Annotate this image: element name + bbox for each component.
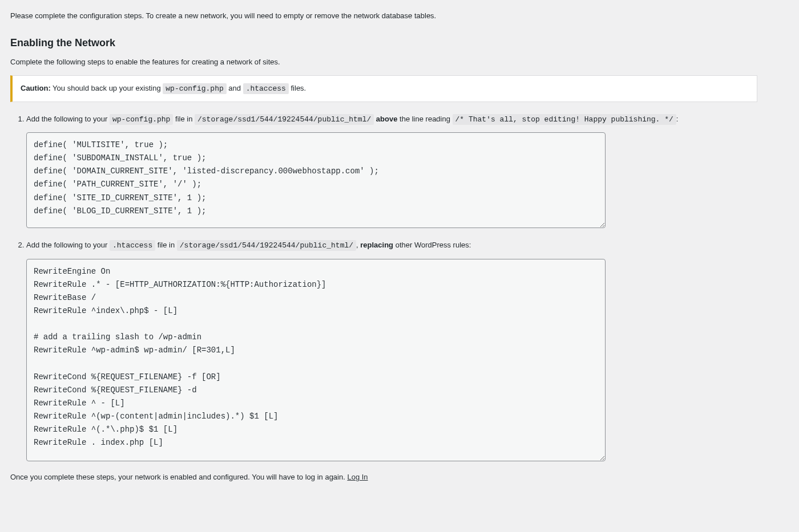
step1-comment: /* That's all, stop editing! Happy publi… (453, 114, 676, 125)
step1-pre: Add the following to your (26, 115, 110, 123)
step2-post: other WordPress rules: (393, 241, 471, 249)
intro-text: Please complete the configuration steps.… (10, 10, 789, 22)
caution-notice: Caution: You should back up your existin… (10, 75, 757, 102)
step-2: Add the following to your .htaccess file… (26, 238, 789, 461)
caution-and: and (227, 84, 243, 92)
step1-path: /storage/ssd1/544/19224544/public_html/ (195, 114, 374, 125)
caution-pre: You should back up your existing (51, 84, 163, 92)
step2-path: /storage/ssd1/544/19224544/public_html/ (177, 240, 356, 251)
section-description: Complete the following steps to enable t… (10, 56, 789, 68)
step-1: Add the following to your wp-config.php … (26, 112, 789, 229)
wpconfig-code-block[interactable] (26, 132, 606, 228)
step2-pre: Add the following to your (26, 241, 110, 249)
section-heading: Enabling the Network (10, 35, 789, 51)
caution-file-htaccess: .htaccess (243, 83, 289, 94)
step1-mid1: file in (173, 115, 195, 123)
step2-file: .htaccess (110, 240, 155, 251)
step2-mid1: file in (155, 241, 177, 249)
final-note: Once you complete these steps, your netw… (10, 472, 789, 483)
step1-file: wp-config.php (110, 114, 173, 125)
step1-post: : (676, 115, 679, 123)
step1-above: above (376, 115, 398, 123)
caution-file-wpconfig: wp-config.php (163, 83, 226, 94)
steps-list: Add the following to your wp-config.php … (18, 112, 789, 461)
final-text: Once you complete these steps, your netw… (10, 473, 347, 481)
login-link[interactable]: Log In (347, 473, 368, 481)
caution-post: files. (289, 84, 306, 92)
caution-label: Caution: (21, 84, 51, 92)
step1-mid2: the line reading (397, 115, 452, 123)
htaccess-code-block[interactable] (26, 259, 606, 461)
step2-replacing: replacing (360, 241, 393, 249)
